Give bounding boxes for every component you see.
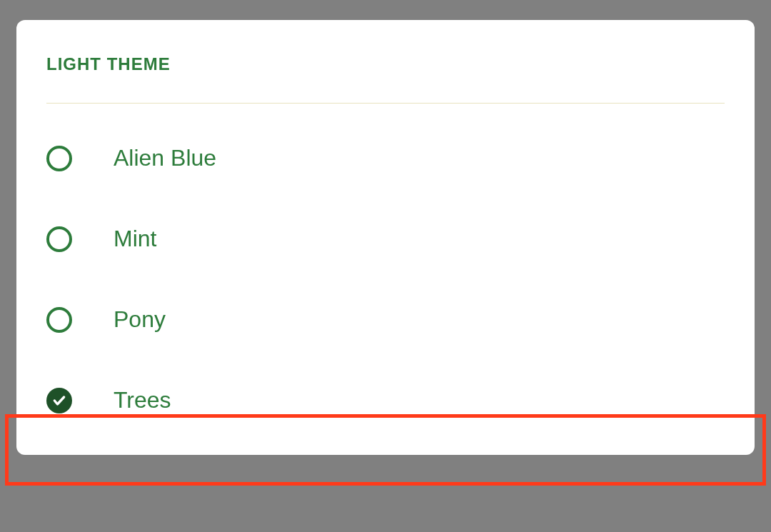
option-label: Alien Blue: [114, 145, 216, 171]
theme-option-mint[interactable]: Mint: [46, 199, 725, 279]
option-label: Pony: [114, 306, 166, 333]
radio-unchecked-icon: [46, 307, 72, 333]
option-label: Mint: [114, 226, 156, 252]
theme-dialog: LIGHT THEME Alien Blue Mint Pony Trees: [16, 20, 755, 455]
radio-unchecked-icon: [46, 226, 72, 252]
options-list: Alien Blue Mint Pony Trees: [46, 118, 725, 441]
radio-unchecked-icon: [46, 146, 72, 171]
checkmark-icon: [52, 393, 66, 408]
theme-option-trees[interactable]: Trees: [46, 360, 725, 441]
section-title: LIGHT THEME: [46, 54, 725, 74]
radio-checked-icon: [46, 388, 72, 413]
theme-option-alien-blue[interactable]: Alien Blue: [46, 118, 725, 199]
theme-option-pony[interactable]: Pony: [46, 279, 725, 360]
divider: [46, 103, 725, 104]
option-label: Trees: [114, 387, 171, 413]
